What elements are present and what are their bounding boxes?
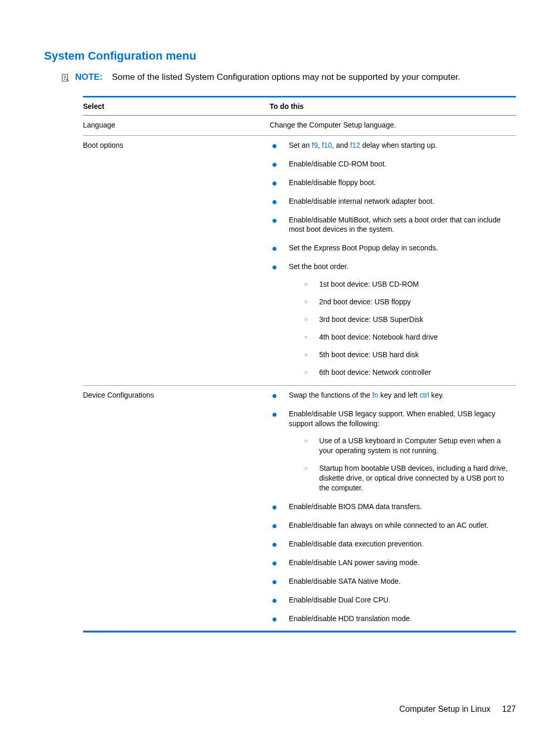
list-item: ● Enable/disable Dual Core CPU. [270,595,516,605]
list-item-text: Enable/disable internal network adapter … [289,196,516,206]
table-bottom-border [83,631,516,632]
bullet-icon: ● [272,540,277,549]
sub-list-item: ○ 3rd boot device: USB SuperDisk [304,315,516,325]
list-item-text: Set the boot order. ○ 1st boot device: U… [289,262,516,380]
list-item-text: Enable/disable floppy boot. [289,178,516,188]
sub-list-item-text: 2nd boot device: USB floppy [319,297,516,307]
bullet-icon: ● [272,391,277,400]
note-icon [61,73,70,85]
list-item-text: Enable/disable Dual Core CPU. [289,595,516,605]
key-fn: fn [372,391,379,399]
list-item: ● Set the Express Boot Popup delay in se… [270,243,516,253]
col-header-select: Select [83,102,270,110]
list-item: ● Enable/disable internal network adapte… [270,196,516,206]
sub-list-item-text: Startup from bootable USB devices, inclu… [319,463,516,493]
list-item-text: Enable/disable MultiBoot, which sets a b… [289,215,516,235]
list-item: ● Enable/disable SATA Native Mode. [270,577,516,586]
config-table: Select To do this Language Change the Co… [83,96,516,632]
sub-list-item: ○ 4th boot device: Notebook hard drive [304,332,516,342]
sub-list-item-text: 3rd boot device: USB SuperDisk [319,315,516,325]
sub-list-item: ○ Startup from bootable USB devices, inc… [304,463,516,493]
sub-bullet-icon: ○ [304,299,308,305]
list-item: ● Enable/disable data execution preventi… [270,539,516,549]
page-number: 127 [502,705,516,713]
list-item: ● Enable/disable floppy boot. [270,178,516,188]
sub-bullet-icon: ○ [304,317,308,322]
list-item: ● Enable/disable MultiBoot, which sets a… [270,215,516,235]
bullet-icon: ● [272,577,277,586]
bullet-icon: ● [272,410,277,419]
cell-desc-boot: ● Set an f9, f10, and f12 delay when sta… [270,140,516,381]
sub-list-item-text: 1st boot device: USB CD-ROM [319,279,516,289]
table-row: Boot options ● Set an f9, f10, and f12 d… [83,136,516,386]
sub-list-item-text: 4th boot device: Notebook hard drive [319,332,516,342]
sub-bullet-icon: ○ [304,352,308,358]
list-item-text: Enable/disable BIOS DMA data transfers. [289,502,516,512]
list-item: ● Enable/disable fan always on while con… [270,521,516,530]
bullet-icon: ● [272,160,277,169]
bullet-icon: ● [272,502,277,512]
list-item: ● Enable/disable HDD translation mode. [270,614,516,624]
key-ctrl: ctrl [419,391,429,399]
bullet-icon: ● [272,178,277,188]
sub-bullet-icon: ○ [304,370,308,375]
sub-list-item-text: 6th boot device: Network controller [319,368,516,377]
section-heading: System Configuration menu [44,49,516,63]
list-item: ● Enable/disable USB legacy support. Whe… [270,409,516,502]
bullet-icon: ● [272,596,277,605]
sub-bullet-icon: ○ [304,466,308,471]
list-item: ● Set the boot order. ○ 1st boot device:… [270,262,516,380]
note-callout: NOTE: Some of the listed System Configur… [61,72,516,85]
key-f9: f9 [312,141,318,149]
list-item-text: Enable/disable CD-ROM boot. [289,159,516,169]
note-label: NOTE: [75,72,103,82]
list-item: ● Enable/disable CD-ROM boot. [270,159,516,169]
bullet-icon: ● [272,244,277,253]
cell-select-device: Device Configurations [83,390,270,626]
list-item-text: Enable/disable SATA Native Mode. [289,577,516,586]
table-header-row: Select To do this [83,97,516,116]
cell-desc-language: Change the Computer Setup language. [270,120,516,131]
cell-select-language: Language [83,120,270,131]
list-item: ● Set an f9, f10, and f12 delay when sta… [270,140,516,150]
sub-list-item-text: Use of a USB keyboard in Computer Setup … [319,436,516,456]
sub-list-item: ○ 6th boot device: Network controller [304,368,516,377]
bullet-icon: ● [272,262,277,272]
sub-list-item: ○ 2nd boot device: USB floppy [304,297,516,307]
list-item: ● Enable/disable BIOS DMA data transfers… [270,502,516,512]
sub-list-item-text: 5th boot device: USB hard disk [319,350,516,360]
list-item-text: Enable/disable LAN power saving mode. [289,558,516,568]
list-item-text: Enable/disable USB legacy support. When … [289,409,516,502]
sub-bullet-icon: ○ [304,334,308,340]
sub-bullet-icon: ○ [304,282,308,287]
bullet-icon: ● [272,558,277,568]
list-item: ● Swap the functions of the fn key and l… [270,390,516,400]
list-item-text: Set an f9, f10, and f12 delay when start… [289,140,516,150]
page-footer: Computer Setup in Linux 127 [399,705,516,714]
table-row: Device Configurations ● Swap the functio… [83,386,516,631]
list-item-text: Swap the functions of the fn key and lef… [289,390,516,400]
list-item-text: Enable/disable data execution prevention… [289,539,516,549]
list-item-text: Enable/disable HDD translation mode. [289,614,516,624]
bullet-icon: ● [272,141,277,150]
sub-bullet-icon: ○ [304,438,308,444]
bullet-icon: ● [272,614,277,624]
sub-list-item: ○ 1st boot device: USB CD-ROM [304,279,516,289]
key-f12: f12 [350,141,360,149]
bullet-icon: ● [272,521,277,530]
footer-text: Computer Setup in Linux [399,705,491,713]
list-item-text: Enable/disable fan always on while conne… [289,521,516,530]
sub-list-item: ○ 5th boot device: USB hard disk [304,350,516,360]
cell-desc-device: ● Swap the functions of the fn key and l… [270,390,516,626]
key-f10: f10 [322,141,332,149]
bullet-icon: ● [272,216,277,225]
note-content: NOTE: Some of the listed System Configur… [75,72,460,82]
bullet-icon: ● [272,197,277,206]
col-header-todo: To do this [270,102,516,110]
note-text: Some of the listed System Configuration … [112,72,460,82]
list-item: ● Enable/disable LAN power saving mode. [270,558,516,568]
cell-select-boot: Boot options [83,140,270,381]
list-item-text: Set the Express Boot Popup delay in seco… [289,243,516,253]
table-row: Language Change the Computer Setup langu… [83,116,516,136]
sub-list-item: ○ Use of a USB keyboard in Computer Setu… [304,436,516,456]
